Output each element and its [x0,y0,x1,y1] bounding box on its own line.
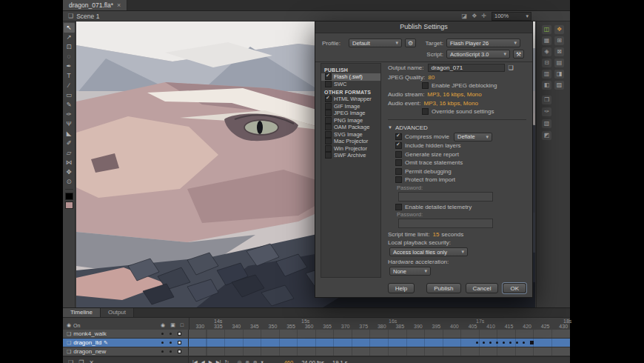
include-hidden-layers-row[interactable]: Include hidden layers [395,141,526,150]
pen-tool-icon[interactable]: ✒ [64,61,75,71]
step-forward-button[interactable]: ▶| [216,359,221,363]
bone-tool-icon[interactable]: Ψ [64,119,75,129]
delete-layer-icon[interactable]: ✕ [89,359,94,363]
visibility-dot[interactable] [161,350,164,353]
align-panel-icon[interactable]: ⊞ [554,36,564,45]
keyframe-dot[interactable] [523,342,525,344]
edit-multiple-frames-icon[interactable]: ⊛ [253,359,257,363]
outline-color-swatch[interactable] [178,332,181,336]
loop-button[interactable]: ↻ [224,359,228,363]
checkbox[interactable] [395,133,402,140]
layer-label-cell[interactable]: ❏ monk4_walk [63,330,189,338]
brush-library-panel-icon[interactable]: ✑ [542,107,551,116]
subselection-tool-icon[interactable]: ↗ [64,33,75,42]
code-snippets-panel-icon[interactable]: ⊟ [542,59,551,67]
checkbox[interactable] [395,142,402,149]
format-jpeg-image[interactable]: JPEG Image [321,110,380,117]
color-panel-icon[interactable]: ❖ [554,25,564,34]
outline-color-swatch[interactable] [178,341,181,344]
target-dropdown[interactable]: Flash Player 26 ▾ [446,39,520,47]
checkbox[interactable] [395,168,402,175]
profile-options-button[interactable]: ⚙ [405,39,416,47]
scene-panel-icon[interactable]: ◧ [542,81,551,90]
checkbox[interactable] [395,176,402,183]
checkbox[interactable] [395,159,402,166]
lasso-tool-icon[interactable]: ◌ [64,52,75,61]
keyframe-dot[interactable] [489,342,492,344]
visibility-dot[interactable] [161,342,164,344]
lock-dot[interactable] [170,342,172,344]
layer-name[interactable]: dragon_new [73,348,106,355]
checkbox[interactable] [325,152,332,159]
compress-method-dropdown[interactable]: Deflate ▾ [454,133,492,141]
keyframe-end-marker[interactable] [530,341,534,344]
hand-tool-icon[interactable]: ✥ [64,167,75,177]
keyframe-dot[interactable] [476,342,478,344]
compress-movie-row[interactable]: Compress movie Deflate ▾ [395,132,526,141]
layer-frames[interactable] [189,347,570,356]
permit-debugging-row[interactable]: Permit debugging [395,167,526,176]
edit-scene-icon[interactable]: ◪ [462,13,468,19]
marker-options-icon[interactable]: ▾ [261,359,263,363]
script-time-limit-value[interactable]: 15 [432,231,439,238]
pencil-tool-icon[interactable]: ✎ [64,100,75,110]
fill-color-chip[interactable] [65,202,73,209]
folder-icon[interactable]: ❏ [508,64,513,71]
layer-row-dragon-ltd[interactable]: ❏ dragon_ltd ✎ [63,339,570,347]
keyframe-dot[interactable] [483,342,485,344]
profile-dropdown[interactable]: Default ▾ [349,39,402,47]
format-win-projector[interactable]: Win Projector [321,145,380,153]
lock-dot[interactable] [170,333,172,335]
checkbox[interactable] [325,81,332,87]
edit-symbols-icon[interactable]: ❖ [472,13,477,19]
format-oam-package[interactable]: OAM Package [321,124,380,131]
format-swc[interactable]: SWC [321,81,380,88]
audio-event-value[interactable]: MP3, 16 kbps, Mono [423,100,477,107]
zoom-select[interactable]: 100% ▾ [492,12,531,21]
width-tool-icon[interactable]: ⋈ [64,158,75,167]
swatches-panel-icon[interactable]: ▦ [542,36,551,45]
checkbox[interactable] [325,73,332,80]
text-tool-icon[interactable]: T [64,71,75,81]
keyframe-dot[interactable] [496,342,498,344]
free-transform-tool-icon[interactable]: ⊡ [64,42,75,52]
frame-rate[interactable]: 24.00 fps [301,359,324,363]
layer-frames[interactable] [189,339,570,347]
step-back-button[interactable]: ◀ [201,359,205,363]
transform-panel-icon[interactable]: ⊠ [554,47,564,56]
center-stage-icon[interactable]: ✛ [481,13,486,19]
new-folder-icon[interactable]: ❐ [78,359,84,363]
stroke-color-chip[interactable] [65,193,73,200]
playback-security-dropdown[interactable]: Access local files only ▾ [389,247,468,256]
omit-trace-row[interactable]: Omit trace statements [395,159,526,167]
visibility-dot[interactable] [161,333,164,335]
format-swf-archive[interactable]: SWF Archive [321,152,380,159]
tab-output[interactable]: Output [101,308,134,317]
publish-button[interactable]: Publish [426,283,460,293]
format-png-image[interactable]: PNG Image [321,117,380,124]
onion-outlines-icon[interactable]: ⊚ [246,359,249,363]
checkbox[interactable] [325,145,332,152]
play-button[interactable]: ▶ [209,359,212,363]
keyframe-dot[interactable] [509,342,511,344]
outline-color-swatch[interactable] [178,350,181,353]
checkbox[interactable] [325,138,332,144]
selection-tool-icon[interactable]: ↖ [64,23,75,33]
dialog-title[interactable]: Publish Settings [315,21,532,33]
keyframe-dot[interactable] [516,342,518,344]
layer-label-cell[interactable]: ❏ dragon_ltd ✎ [63,339,189,347]
paint-bucket-tool-icon[interactable]: ◣ [64,129,75,139]
layer-name[interactable]: dragon_ltd [73,339,101,346]
new-layer-icon[interactable]: ❏ [68,359,73,363]
layer-frames[interactable] [189,330,570,338]
format-html-wrapper[interactable]: HTML Wrapper [321,96,380,103]
audio-stream-value[interactable]: MP3, 16 kbps, Mono [427,91,481,98]
format-gif-image[interactable]: GIF Image [321,103,380,110]
protect-from-import-row[interactable]: Protect from import [395,176,526,184]
checkbox[interactable] [422,108,429,115]
eraser-tool-icon[interactable]: ▱ [64,148,75,158]
layer-label-cell[interactable]: ❏ dragon_new [63,347,189,356]
rectangle-tool-icon[interactable]: ▭ [64,90,75,100]
help-button[interactable]: Help [388,283,415,293]
show-hide-all-layers-icon[interactable]: ◉ [161,322,165,328]
